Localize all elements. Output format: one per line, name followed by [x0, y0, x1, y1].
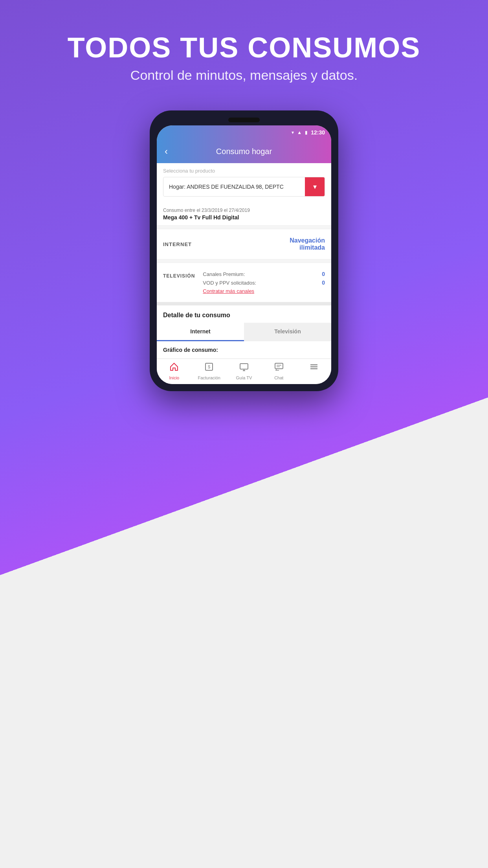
chevron-down-icon: ▾	[313, 182, 317, 191]
tv-icon	[239, 362, 249, 374]
graph-label: Gráfico de consumo:	[163, 347, 325, 353]
phone-mockup: ▾ ▲ ▮ 12:30 ‹ Consumo hogar Selecciona t…	[150, 110, 338, 391]
channels-value: 0	[322, 271, 325, 277]
vod-label: VOD y PPV solicitados:	[203, 280, 256, 286]
detail-section: Detalle de tu consumo Internet Televisió…	[157, 305, 331, 359]
internet-card: INTERNET Navegación ilimitada	[157, 229, 331, 259]
nav-menu[interactable]	[296, 362, 331, 380]
selector-label: Selecciona tu producto	[163, 168, 325, 174]
consumption-date: Consumo entre el 23/3/2019 el 27/4/2019	[163, 208, 325, 213]
nav-guia-tv-label: Guía TV	[236, 375, 252, 380]
svg-rect-5	[275, 363, 283, 369]
tv-label: TELEVISIÓN	[163, 271, 195, 279]
tab-internet[interactable]: Internet	[157, 323, 244, 341]
nav-inicio[interactable]: Inicio	[157, 362, 192, 380]
page-header: TODOS TUS CONSUMOS Control de minutos, m…	[68, 31, 421, 83]
internet-label: INTERNET	[163, 241, 192, 247]
chat-icon	[274, 362, 284, 374]
svg-rect-2	[240, 364, 248, 369]
consumption-plan: Mega 400 + Tv Full Hd Digital	[163, 214, 325, 221]
phone-screen: ▾ ▲ ▮ 12:30 ‹ Consumo hogar Selecciona t…	[157, 125, 331, 384]
selector-value: Hogar: ANDRES DE FUENZALIDA 98, DEPTC	[163, 179, 305, 195]
internet-value: Navegación ilimitada	[290, 237, 325, 251]
wifi-icon: ▾	[292, 130, 294, 135]
detail-title: Detalle de tu consumo	[157, 305, 331, 319]
nav-inicio-label: Inicio	[169, 375, 180, 380]
consumption-info: Consumo entre el 23/3/2019 el 27/4/2019 …	[157, 203, 331, 226]
contratar-link[interactable]: Contratar más canales	[203, 288, 325, 294]
status-bar: ▾ ▲ ▮ 12:30	[157, 125, 331, 140]
nav-facturacion[interactable]: $ Facturación	[192, 362, 227, 380]
detail-tabs: Internet Televisión	[157, 323, 331, 341]
app-header: ‹ Consumo hogar	[157, 140, 331, 163]
home-icon	[169, 362, 179, 374]
app-header-title: Consumo hogar	[216, 147, 272, 156]
vod-value: 0	[322, 280, 325, 286]
channels-label: Canales Premium:	[203, 271, 245, 277]
back-button[interactable]: ‹	[165, 146, 168, 157]
product-selector-container: Selecciona tu producto Hogar: ANDRES DE …	[157, 163, 331, 203]
page-subtitle: Control de minutos, mensajes y datos.	[68, 68, 421, 83]
tab-television-label: Televisión	[274, 328, 301, 335]
tv-card: TELEVISIÓN Canales Premium: 0 VOD y PPV …	[157, 263, 331, 302]
status-time: 12:30	[311, 129, 325, 136]
hamburger-icon	[309, 362, 319, 374]
separator	[157, 302, 331, 305]
nav-chat[interactable]: Chat	[261, 362, 296, 380]
page-title: TODOS TUS CONSUMOS	[68, 31, 421, 64]
channels-row: Canales Premium: 0	[203, 271, 325, 277]
phone-frame: ▾ ▲ ▮ 12:30 ‹ Consumo hogar Selecciona t…	[150, 110, 338, 391]
internet-value-line2: ilimitada	[290, 244, 325, 251]
nav-facturacion-label: Facturación	[198, 375, 220, 380]
vod-row: VOD y PPV solicitados: 0	[203, 280, 325, 286]
nav-guia-tv[interactable]: Guía TV	[227, 362, 262, 380]
selector-dropdown-button[interactable]: ▾	[305, 177, 325, 196]
graph-section: Gráfico de consumo:	[157, 341, 331, 359]
phone-notch	[228, 118, 260, 122]
signal-icon: ▲	[297, 130, 302, 135]
internet-value-line1: Navegación	[290, 237, 325, 244]
selector-row[interactable]: Hogar: ANDRES DE FUENZALIDA 98, DEPTC ▾	[163, 177, 325, 197]
tab-television[interactable]: Televisión	[244, 323, 331, 340]
nav-chat-label: Chat	[274, 375, 283, 380]
svg-text:$: $	[208, 364, 210, 369]
battery-icon: ▮	[305, 130, 308, 135]
tab-internet-label: Internet	[190, 328, 210, 335]
billing-icon: $	[204, 362, 214, 374]
tv-details: Canales Premium: 0 VOD y PPV solicitados…	[203, 271, 325, 294]
bottom-nav: Inicio $ Facturación	[157, 359, 331, 384]
